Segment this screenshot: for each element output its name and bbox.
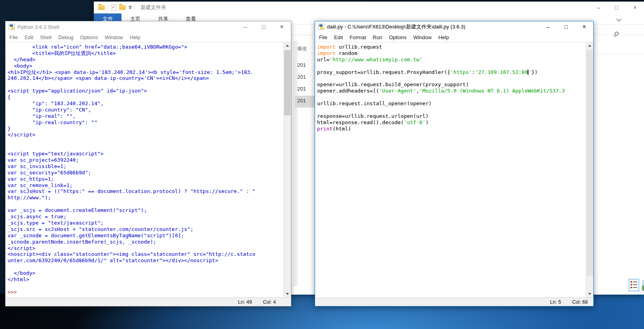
line-indicator: Ln: 49: [233, 299, 258, 305]
menu-debug[interactable]: Debug: [58, 34, 73, 40]
shell-output-line: </html>: [8, 276, 283, 283]
shell-output-line: [8, 201, 283, 207]
menu-file[interactable]: File: [319, 34, 327, 40]
shell-output-line: var sc_https=1;: [8, 176, 283, 182]
menu-window[interactable]: Window: [413, 34, 431, 40]
editor-scrollbar[interactable]: [586, 42, 593, 297]
minimize-button[interactable]: –: [236, 21, 255, 32]
shell-output-line: <script type="text/javascript">: [8, 151, 283, 157]
qat-customize-icon[interactable]: [129, 6, 132, 9]
search-icon[interactable]: [615, 32, 619, 36]
editor-titlebar[interactable]: daili.py - C:\Users\FX613\Desktop\新建文件夹\…: [315, 21, 593, 32]
editor-code-line: opener=urllib.request.build_opener(proxy…: [317, 81, 586, 88]
shell-output-line: _scjs.type = "text/javascript";: [8, 220, 283, 226]
shell-output-line: _scjs.src = scJsHost + "statcounter.com/…: [8, 226, 283, 233]
properties-check-icon[interactable]: ✓: [111, 4, 116, 11]
explorer-window-controls: – □ ×: [589, 2, 644, 13]
desktop-icons: [629, 279, 644, 293]
editor-text-area[interactable]: import urllib.requestimport randomurl='h…: [315, 42, 593, 297]
menu-help[interactable]: Help: [438, 34, 449, 40]
shell-output-line: 240.202.14</b></span> <span data-ip-coun…: [8, 75, 283, 81]
close-button[interactable]: ×: [575, 21, 593, 32]
line-indicator: Ln: 5: [545, 299, 567, 305]
shell-output-line: <title>我的IP位址查詢</title>: [8, 50, 283, 57]
divider: [135, 5, 135, 10]
shell-output-line: var _scjs = document.createElement("scri…: [8, 207, 283, 214]
shell-statusbar: Ln: 49 Col: 4: [6, 297, 291, 306]
menu-window[interactable]: Window: [104, 34, 123, 40]
quick-access-toolbar: ✓: [94, 4, 135, 11]
shell-output-line: }: [8, 126, 283, 132]
menu-edit[interactable]: Edit: [334, 34, 343, 40]
idle-editor-window: daili.py - C:\Users\FX613\Desktop\新建文件夹\…: [315, 21, 594, 306]
menu-options[interactable]: Options: [80, 34, 98, 40]
shell-output-line: _scjs.async = true;: [8, 214, 283, 220]
editor-code-line: import urllib.request: [317, 44, 586, 50]
menu-help[interactable]: Help: [130, 34, 141, 40]
caret-down-icon: [129, 8, 132, 9]
minimize-button[interactable]: –: [539, 21, 557, 32]
explorer-titlebar: ✓ 新建文件夹 – □ ×: [94, 2, 644, 13]
scroll-down-icon[interactable]: [586, 291, 593, 297]
idle-python-icon: [318, 24, 325, 30]
shell-output-line: <script type="application/json" id="ip-j…: [8, 88, 283, 94]
idle-python-icon: [9, 24, 15, 30]
shell-output-line: var sc_invisible=1;: [8, 163, 283, 170]
shell-window-controls: – □ ×: [236, 21, 291, 32]
scrollbar-thumb[interactable]: [284, 50, 291, 115]
folder-icon[interactable]: [98, 5, 105, 10]
menu-edit[interactable]: Edit: [25, 34, 33, 40]
minimize-button[interactable]: –: [589, 2, 608, 13]
new-folder-icon[interactable]: [119, 5, 126, 10]
menu-shell[interactable]: Shell: [40, 34, 51, 40]
editor-statusbar: Ln: 5 Col: 68: [315, 297, 593, 306]
maximize-button[interactable]: □: [608, 2, 626, 13]
shell-output-line: </script>: [8, 132, 283, 138]
shell-output-line: http://www.");: [8, 195, 283, 201]
shell-scrollbar[interactable]: [283, 42, 291, 297]
scroll-down-icon[interactable]: [284, 291, 291, 297]
editor-code-line: proxy_support=urllib.request.ProxyHandle…: [317, 69, 586, 76]
maximize-button[interactable]: □: [557, 21, 575, 32]
column-indicator: Col: 4: [257, 299, 281, 305]
editor-code-text[interactable]: import urllib.requestimport randomurl='h…: [315, 42, 586, 297]
shell-output-line: var sc_project=6392240;: [8, 157, 283, 163]
shell-output-line: [8, 81, 283, 88]
menu-options[interactable]: Options: [389, 34, 407, 40]
shell-output-line: "ip-real": "",: [8, 113, 283, 119]
shell-output-line: _scnode.parentNode.insertBefore(_scjs, _…: [8, 239, 283, 245]
shell-output-line: "ip": "183.240.202.14",: [8, 100, 283, 107]
column-header-date-modified[interactable]: 修改: [297, 45, 307, 52]
explorer-window-title: 新建文件夹: [141, 4, 166, 11]
window-title: Python 3.6.3 Shell: [17, 24, 59, 30]
close-button[interactable]: ×: [273, 21, 291, 32]
list-file-icon[interactable]: [629, 279, 639, 291]
close-button[interactable]: ×: [626, 2, 644, 13]
shell-output-line: [8, 144, 283, 151]
shell-output-line: var _scnode = document.getElementsByTagN…: [8, 233, 283, 239]
shell-prompt[interactable]: >>>: [8, 289, 283, 295]
editor-code-line: [317, 107, 586, 113]
scroll-up-icon[interactable]: [586, 42, 593, 49]
editor-code-line: print(html): [317, 126, 586, 132]
editor-menubar: FileEditFormatRunOptionsWindowHelp: [315, 32, 593, 42]
shell-output-area[interactable]: <link rel="icon" href="data:;base64,iVBO…: [6, 42, 291, 297]
scroll-up-icon[interactable]: [284, 42, 291, 49]
shell-output-line: [8, 264, 283, 270]
shell-output-line: </body>: [8, 270, 283, 276]
menu-run[interactable]: Run: [373, 34, 382, 40]
picture-file-icon[interactable]: [642, 280, 644, 291]
shell-output-line: var scJsHost = (("https:" == document.lo…: [8, 188, 283, 195]
menu-format[interactable]: Format: [350, 34, 366, 40]
shell-output-text[interactable]: <link rel="icon" href="data:;base64,iVBO…: [6, 42, 283, 297]
menu-file[interactable]: File: [9, 34, 18, 40]
shell-titlebar[interactable]: Python 3.6.3 Shell – □ ×: [6, 21, 291, 32]
python-shell-window: Python 3.6.3 Shell – □ × FileEditShellDe…: [5, 21, 291, 306]
shell-output-line: unter.com/6392240/0/65d86b9d/1/" alt="st…: [8, 257, 283, 264]
maximize-button[interactable]: □: [255, 21, 273, 32]
shell-output-line: "ip-country": "CN",: [8, 107, 283, 113]
shell-output-line: </head>: [8, 57, 283, 63]
scrollbar-thumb[interactable]: [587, 50, 593, 276]
editor-code-line: [317, 75, 586, 81]
shell-output-line: <body>: [8, 63, 283, 69]
